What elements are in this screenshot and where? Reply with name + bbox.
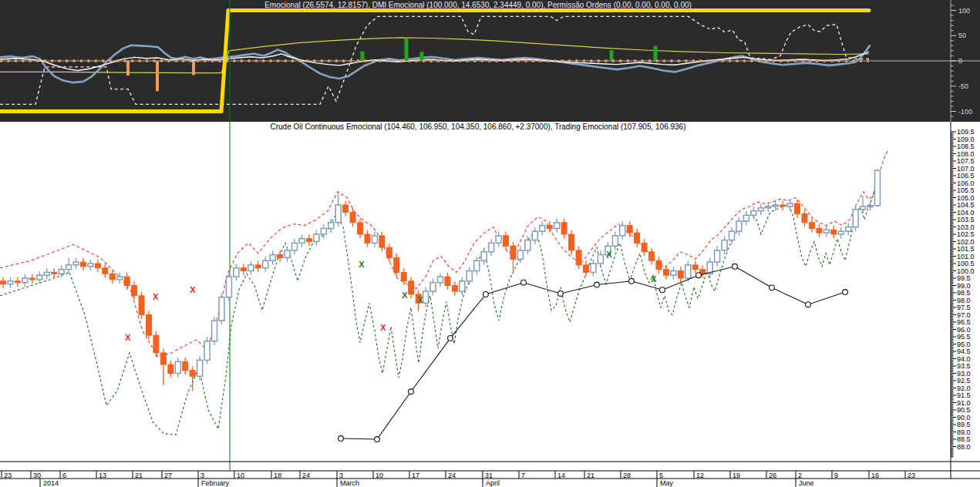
- price-pane[interactable]: Crude Oil Continuous Emocional (104.460,…: [0, 122, 980, 487]
- price-axis-label: 103.5: [957, 216, 975, 223]
- equity-marker: [448, 336, 453, 341]
- equity-marker: [375, 437, 380, 442]
- week-label: 3: [339, 472, 343, 479]
- equity-marker: [770, 285, 775, 291]
- upper-band-dashed: [0, 151, 887, 358]
- week-label: 19: [732, 472, 740, 479]
- candle-body: [270, 255, 275, 261]
- price-axis-label: 94.5: [957, 348, 971, 355]
- price-chart[interactable]: XXXXXXXXX109.5109.0108.5108.0107.5107.01…: [0, 122, 980, 487]
- candle-body: [168, 364, 173, 373]
- candle-body: [430, 283, 436, 291]
- equity-marker: [558, 291, 564, 297]
- positive-histogram-bar: [405, 39, 409, 61]
- candle-body: [44, 272, 49, 275]
- candle-body: [314, 234, 319, 242]
- month-label: April: [486, 479, 500, 487]
- candle-body: [809, 223, 814, 229]
- candle-body: [736, 221, 742, 231]
- candle-body: [554, 223, 560, 229]
- price-axis-label: 90.5: [957, 406, 971, 414]
- candle-body: [649, 252, 655, 260]
- indicator-chart[interactable]: -100-50050100: [0, 0, 980, 122]
- negative-histogram-bar: [192, 61, 195, 75]
- week-label: 12: [696, 472, 704, 479]
- week-label: 7: [521, 472, 525, 479]
- equity-marker: [521, 280, 527, 285]
- price-axis-label: 100.5: [957, 260, 975, 267]
- price-axis-label: 91.5: [957, 391, 971, 399]
- price-axis-label: 99.5: [957, 274, 971, 282]
- price-axis-label: 97.5: [957, 304, 971, 311]
- price-axis-label: 107.5: [957, 157, 975, 165]
- week-label: 18: [274, 472, 281, 479]
- price-axis-label: 94.0: [957, 355, 971, 363]
- equity-line: [341, 267, 845, 439]
- candle-body: [255, 265, 261, 268]
- candle-body: [190, 371, 195, 377]
- price-axis-label: 92.5: [957, 377, 971, 385]
- price-axis-label: 108.0: [957, 150, 975, 158]
- candle-body: [474, 260, 480, 270]
- candle-body: [103, 268, 108, 274]
- candle-body: [328, 223, 334, 229]
- candle-body: [503, 236, 509, 246]
- candle-body: [350, 213, 355, 223]
- candle-body: [817, 228, 822, 233]
- y-axis-label: -50: [958, 82, 968, 90]
- candle-body: [780, 205, 786, 207]
- candle-body: [802, 213, 807, 222]
- candle-body: [635, 233, 640, 243]
- price-axis-label: 98.0: [957, 297, 971, 304]
- candle-body: [715, 250, 720, 262]
- candle-body: [743, 215, 749, 221]
- candle-body: [372, 236, 377, 244]
- candle-body: [15, 281, 20, 283]
- equity-marker: [806, 302, 811, 307]
- price-axis-label: 106.5: [957, 172, 975, 180]
- equity-marker: [732, 264, 738, 269]
- candle-body: [197, 360, 203, 376]
- equity-marker: [629, 278, 635, 284]
- candle-body: [88, 264, 93, 267]
- candle-body: [241, 268, 246, 271]
- candle-body: [386, 247, 392, 257]
- price-axis-label: 96.0: [957, 326, 971, 334]
- yellow-ma-line: [0, 38, 869, 73]
- trading-chart-window: Emocional (26.5574, 12.8157), DMI Emocio…: [0, 0, 980, 487]
- candle-body: [29, 278, 35, 280]
- price-axis-label: 88.5: [957, 435, 971, 443]
- negative-histogram-bar: [126, 61, 130, 76]
- candle-body: [452, 286, 457, 292]
- equity-marker: [483, 292, 489, 297]
- candle-body: [445, 277, 450, 285]
- candle-body: [132, 286, 137, 296]
- price-axis-label: 89.0: [957, 428, 971, 436]
- price-axis-label: 95.0: [957, 341, 971, 348]
- equity-marker: [409, 389, 414, 395]
- candle-body: [335, 205, 341, 223]
- candle-body: [722, 240, 727, 250]
- positive-histogram-bar: [420, 52, 424, 61]
- candle-body: [642, 243, 647, 251]
- week-label: 9: [834, 472, 838, 479]
- candle-body: [496, 236, 501, 244]
- y-axis-label: -100: [958, 108, 972, 116]
- indicator-pane[interactable]: Emocional (26.5574, 12.8157), DMI Emocio…: [0, 0, 980, 122]
- candle-body: [591, 264, 596, 272]
- candle-body: [853, 210, 858, 227]
- week-label: 23: [4, 472, 12, 479]
- candle-body: [146, 315, 152, 336]
- buy-x-marker: X: [359, 260, 365, 269]
- candle-body: [343, 205, 349, 213]
- candle-body: [379, 236, 385, 247]
- buy-x-marker: X: [402, 291, 408, 300]
- price-axis-label: 99.0: [957, 282, 971, 290]
- week-label: 13: [99, 472, 106, 479]
- candle-body: [95, 264, 100, 268]
- candle-body: [212, 321, 217, 341]
- week-label: 24: [302, 472, 310, 479]
- candle-body: [510, 246, 516, 259]
- candle-body: [139, 296, 144, 315]
- week-label: 24: [448, 472, 456, 479]
